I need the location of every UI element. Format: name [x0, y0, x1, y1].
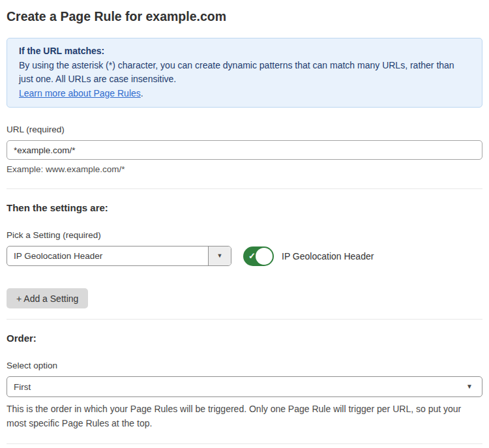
url-input[interactable]	[7, 140, 482, 160]
setting-picker-label: Pick a Setting (required)	[7, 230, 482, 240]
divider	[7, 443, 482, 444]
divider	[7, 319, 482, 320]
divider	[7, 188, 482, 189]
ip-geolocation-toggle[interactable]: ✓	[243, 246, 274, 266]
setting-picker-dropdown[interactable]: IP Geolocation Header ▼	[7, 246, 231, 266]
chevron-down-icon: ▼	[466, 383, 473, 390]
page-title: Create a Page Rule for example.com	[7, 8, 482, 25]
add-setting-button[interactable]: + Add a Setting	[7, 288, 88, 308]
order-select-value: First	[14, 382, 31, 392]
setting-row: IP Geolocation Header ▼ ✓ IP Geolocation…	[7, 246, 482, 266]
url-match-info-box: If the URL matches: By using the asteris…	[7, 38, 482, 108]
order-helper-text: This is the order in which your Page Rul…	[7, 402, 482, 430]
toggle-knob	[256, 248, 273, 265]
check-icon: ✓	[248, 251, 256, 261]
url-example-helper: Example: www.example.com/*	[7, 164, 482, 174]
order-select-label: Select option	[7, 361, 482, 370]
create-page-rule-form: Create a Page Rule for example.com If th…	[0, 0, 489, 448]
settings-section-heading: Then the settings are:	[7, 202, 482, 213]
info-box-body: By using the asterisk (*) character, you…	[19, 59, 470, 87]
setting-picker-value: IP Geolocation Header	[7, 246, 208, 265]
order-section-heading: Order:	[7, 333, 482, 344]
chevron-down-icon: ▼	[217, 253, 223, 259]
toggle-label: IP Geolocation Header	[282, 251, 374, 261]
learn-more-link[interactable]: Learn more about Page Rules	[19, 88, 141, 98]
link-suffix: .	[141, 88, 143, 98]
url-field-label: URL (required)	[7, 125, 482, 134]
info-box-heading: If the URL matches:	[19, 44, 470, 59]
info-box-link-line: Learn more about Page Rules.	[19, 87, 470, 101]
order-select-dropdown[interactable]: First ▼	[7, 376, 482, 397]
setting-picker-caret-button[interactable]: ▼	[208, 246, 231, 265]
